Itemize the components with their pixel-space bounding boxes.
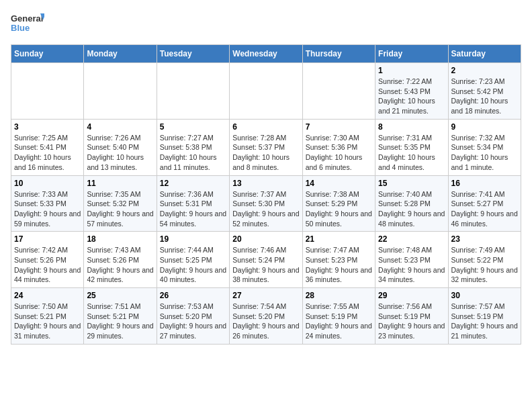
day-number: 14 [306, 179, 372, 188]
day-number: 3 [14, 122, 81, 132]
calendar-cell: 7Sunrise: 7:30 AM Sunset: 5:36 PM Daylig… [302, 119, 375, 175]
day-detail: Sunrise: 7:41 AM Sunset: 5:27 PM Dayligh… [451, 189, 518, 229]
logo-svg: General Blue [11, 11, 44, 39]
day-number: 26 [160, 291, 226, 300]
day-detail: Sunrise: 7:55 AM Sunset: 5:19 PM Dayligh… [306, 302, 372, 341]
weekday-header: Thursday [302, 45, 375, 63]
calendar-cell: 26Sunrise: 7:53 AM Sunset: 5:20 PM Dayli… [157, 288, 229, 345]
weekday-header: Tuesday [157, 45, 229, 63]
day-detail: Sunrise: 7:38 AM Sunset: 5:29 PM Dayligh… [306, 189, 372, 229]
calendar-cell: 21Sunrise: 7:47 AM Sunset: 5:23 PM Dayli… [302, 232, 375, 288]
svg-text:General: General [11, 13, 43, 24]
calendar-cell: 9Sunrise: 7:32 AM Sunset: 5:34 PM Daylig… [448, 119, 521, 175]
day-number: 10 [14, 179, 81, 188]
weekday-header: Friday [375, 45, 448, 63]
calendar-cell: 25Sunrise: 7:51 AM Sunset: 5:21 PM Dayli… [84, 288, 157, 345]
day-detail: Sunrise: 7:23 AM Sunset: 5:42 PM Dayligh… [451, 77, 518, 116]
day-detail: Sunrise: 7:48 AM Sunset: 5:23 PM Dayligh… [378, 245, 445, 285]
day-detail: Sunrise: 7:51 AM Sunset: 5:21 PM Dayligh… [87, 302, 153, 341]
day-number: 20 [232, 234, 299, 244]
calendar-cell: 27Sunrise: 7:54 AM Sunset: 5:20 PM Dayli… [230, 288, 302, 345]
calendar-cell: 28Sunrise: 7:55 AM Sunset: 5:19 PM Dayli… [302, 288, 375, 345]
day-number: 6 [232, 122, 299, 132]
day-number: 12 [160, 179, 226, 188]
calendar-table: SundayMondayTuesdayWednesdayThursdayFrid… [11, 44, 521, 345]
svg-text:Blue: Blue [11, 23, 30, 33]
day-detail: Sunrise: 7:47 AM Sunset: 5:23 PM Dayligh… [306, 245, 372, 285]
day-number: 18 [87, 234, 153, 244]
calendar-week-row: 17Sunrise: 7:42 AM Sunset: 5:26 PM Dayli… [11, 232, 521, 288]
day-number: 28 [306, 291, 372, 300]
calendar-cell: 15Sunrise: 7:40 AM Sunset: 5:28 PM Dayli… [375, 175, 448, 232]
day-number: 17 [14, 234, 81, 244]
calendar-cell: 1Sunrise: 7:22 AM Sunset: 5:43 PM Daylig… [375, 63, 448, 120]
calendar-cell: 18Sunrise: 7:43 AM Sunset: 5:26 PM Dayli… [84, 232, 157, 288]
day-detail: Sunrise: 7:32 AM Sunset: 5:34 PM Dayligh… [451, 133, 518, 173]
day-number: 27 [232, 291, 299, 300]
calendar-cell: 30Sunrise: 7:57 AM Sunset: 5:19 PM Dayli… [448, 288, 521, 345]
calendar-cell [302, 63, 375, 120]
day-number: 24 [14, 291, 81, 300]
calendar-cell: 20Sunrise: 7:46 AM Sunset: 5:24 PM Dayli… [230, 232, 302, 288]
day-detail: Sunrise: 7:36 AM Sunset: 5:31 PM Dayligh… [160, 189, 226, 229]
calendar-cell: 24Sunrise: 7:50 AM Sunset: 5:21 PM Dayli… [11, 288, 84, 345]
calendar-cell [157, 63, 229, 120]
calendar-week-row: 24Sunrise: 7:50 AM Sunset: 5:21 PM Dayli… [11, 288, 521, 345]
day-detail: Sunrise: 7:25 AM Sunset: 5:41 PM Dayligh… [14, 133, 81, 173]
calendar-cell: 8Sunrise: 7:31 AM Sunset: 5:35 PM Daylig… [375, 119, 448, 175]
day-number: 15 [378, 179, 445, 188]
calendar-cell: 2Sunrise: 7:23 AM Sunset: 5:42 PM Daylig… [448, 63, 521, 120]
calendar-cell: 13Sunrise: 7:37 AM Sunset: 5:30 PM Dayli… [230, 175, 302, 232]
calendar-cell [84, 63, 157, 120]
weekday-header: Monday [84, 45, 157, 63]
day-detail: Sunrise: 7:56 AM Sunset: 5:19 PM Dayligh… [378, 302, 445, 341]
day-detail: Sunrise: 7:30 AM Sunset: 5:36 PM Dayligh… [306, 133, 372, 173]
day-detail: Sunrise: 7:50 AM Sunset: 5:21 PM Dayligh… [14, 302, 81, 341]
logo: General Blue [11, 11, 44, 39]
day-detail: Sunrise: 7:46 AM Sunset: 5:24 PM Dayligh… [232, 245, 299, 285]
day-number: 8 [378, 122, 445, 132]
calendar-cell: 10Sunrise: 7:33 AM Sunset: 5:33 PM Dayli… [11, 175, 84, 232]
weekday-header: Sunday [11, 45, 84, 63]
calendar-cell: 4Sunrise: 7:26 AM Sunset: 5:40 PM Daylig… [84, 119, 157, 175]
calendar-cell: 19Sunrise: 7:44 AM Sunset: 5:25 PM Dayli… [157, 232, 229, 288]
day-number: 5 [160, 122, 226, 132]
calendar-cell: 6Sunrise: 7:28 AM Sunset: 5:37 PM Daylig… [230, 119, 302, 175]
calendar-cell: 22Sunrise: 7:48 AM Sunset: 5:23 PM Dayli… [375, 232, 448, 288]
calendar-cell: 16Sunrise: 7:41 AM Sunset: 5:27 PM Dayli… [448, 175, 521, 232]
day-detail: Sunrise: 7:33 AM Sunset: 5:33 PM Dayligh… [14, 189, 81, 229]
day-number: 16 [451, 179, 518, 188]
calendar-week-row: 3Sunrise: 7:25 AM Sunset: 5:41 PM Daylig… [11, 119, 521, 175]
page-header: General Blue [11, 11, 521, 39]
day-detail: Sunrise: 7:35 AM Sunset: 5:32 PM Dayligh… [87, 189, 153, 229]
day-detail: Sunrise: 7:54 AM Sunset: 5:20 PM Dayligh… [232, 302, 299, 341]
day-number: 9 [451, 122, 518, 132]
calendar-cell [11, 63, 84, 120]
calendar-cell: 11Sunrise: 7:35 AM Sunset: 5:32 PM Dayli… [84, 175, 157, 232]
day-detail: Sunrise: 7:27 AM Sunset: 5:38 PM Dayligh… [160, 133, 226, 173]
calendar-cell: 14Sunrise: 7:38 AM Sunset: 5:29 PM Dayli… [302, 175, 375, 232]
day-number: 30 [451, 291, 518, 300]
weekday-header: Wednesday [230, 45, 302, 63]
calendar-cell: 29Sunrise: 7:56 AM Sunset: 5:19 PM Dayli… [375, 288, 448, 345]
calendar-cell [230, 63, 302, 120]
day-number: 25 [87, 291, 153, 300]
day-detail: Sunrise: 7:43 AM Sunset: 5:26 PM Dayligh… [87, 245, 153, 285]
day-detail: Sunrise: 7:49 AM Sunset: 5:22 PM Dayligh… [451, 245, 518, 285]
calendar-week-row: 10Sunrise: 7:33 AM Sunset: 5:33 PM Dayli… [11, 175, 521, 232]
day-number: 2 [451, 66, 518, 75]
calendar-cell: 23Sunrise: 7:49 AM Sunset: 5:22 PM Dayli… [448, 232, 521, 288]
weekday-header: Saturday [448, 45, 521, 63]
day-number: 19 [160, 234, 226, 244]
day-number: 11 [87, 179, 153, 188]
calendar-cell: 3Sunrise: 7:25 AM Sunset: 5:41 PM Daylig… [11, 119, 84, 175]
day-detail: Sunrise: 7:57 AM Sunset: 5:19 PM Dayligh… [451, 302, 518, 341]
calendar-week-row: 1Sunrise: 7:22 AM Sunset: 5:43 PM Daylig… [11, 63, 521, 120]
day-detail: Sunrise: 7:31 AM Sunset: 5:35 PM Dayligh… [378, 133, 445, 173]
day-number: 4 [87, 122, 153, 132]
day-detail: Sunrise: 7:40 AM Sunset: 5:28 PM Dayligh… [378, 189, 445, 229]
day-detail: Sunrise: 7:28 AM Sunset: 5:37 PM Dayligh… [232, 133, 299, 173]
day-number: 1 [378, 66, 445, 75]
day-detail: Sunrise: 7:44 AM Sunset: 5:25 PM Dayligh… [160, 245, 226, 285]
calendar-cell: 12Sunrise: 7:36 AM Sunset: 5:31 PM Dayli… [157, 175, 229, 232]
